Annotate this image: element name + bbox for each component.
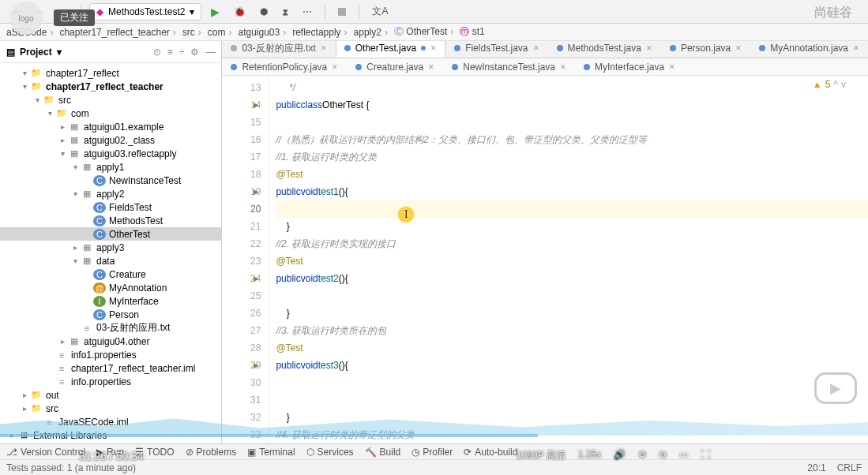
- editor-tab[interactable]: MethodsTest.java✕: [548, 41, 661, 58]
- line-number[interactable]: 32: [222, 409, 269, 426]
- line-number[interactable]: 26: [222, 305, 269, 322]
- settings-icon[interactable]: ⚙: [190, 47, 199, 58]
- tree-arrow-icon[interactable]: ▾: [70, 163, 81, 171]
- editor-tab[interactable]: OtherTest.java✕: [336, 41, 445, 58]
- close-tab-icon[interactable]: ✕: [735, 44, 742, 52]
- stop-icon[interactable]: [333, 3, 351, 21]
- code-line[interactable]: @Test: [276, 252, 868, 270]
- code-line[interactable]: */: [276, 79, 868, 96]
- tree-node[interactable]: ▸▦atguigu04.other: [0, 335, 221, 348]
- tree-arrow-icon[interactable]: ▾: [57, 149, 68, 158]
- editor-tab[interactable]: MyInterface.java✕: [575, 58, 684, 76]
- code-line[interactable]: public void test1(){: [276, 183, 868, 200]
- tree-node[interactable]: ▾📁chapter17_reflect: [0, 66, 221, 80]
- problems-tool[interactable]: ⊘ Problems: [186, 447, 237, 458]
- collapse-all-icon[interactable]: ÷: [179, 47, 185, 58]
- more-run-icon[interactable]: ⋯: [298, 3, 317, 21]
- tree-node[interactable]: ≡JavaSECode.iml: [0, 415, 221, 428]
- tree-arrow-icon[interactable]: ▸: [57, 136, 68, 144]
- breadcrumb-item[interactable]: atguigu03: [238, 27, 289, 38]
- breadcrumb-item[interactable]: ⓜ st1: [460, 25, 490, 39]
- line-number[interactable]: 14: [222, 96, 269, 114]
- tree-node[interactable]: ▾▦apply1: [0, 160, 221, 174]
- tree-node[interactable]: ≡03-反射的应用.txt: [0, 321, 221, 335]
- breadcrumb-item[interactable]: com: [208, 27, 235, 38]
- line-number[interactable]: 22: [222, 235, 269, 252]
- line-number[interactable]: 20: [222, 200, 269, 218]
- line-number[interactable]: 21: [222, 218, 269, 235]
- debug-icon[interactable]: 🐞: [229, 3, 250, 21]
- close-tab-icon[interactable]: ✕: [321, 44, 327, 52]
- line-number[interactable]: 31: [222, 391, 269, 409]
- tree-node[interactable]: ≡info1.properties: [0, 348, 221, 361]
- tree-arrow-icon[interactable]: ▾: [19, 69, 30, 77]
- line-number[interactable]: 29: [222, 357, 269, 374]
- tree-node[interactable]: ▸📁src: [0, 402, 221, 415]
- tree-node[interactable]: IMyInterface: [0, 294, 221, 308]
- code-line[interactable]: public void test2(){: [276, 270, 868, 287]
- editor-tab[interactable]: MyAnnotation.java✕: [750, 41, 868, 58]
- caret-position[interactable]: 20:1: [807, 462, 825, 473]
- code-line[interactable]: //3. 获取运行时类所在的包: [276, 322, 868, 339]
- code-content[interactable]: */public class OtherTest { //（熟悉）获取运行时类的…: [269, 76, 868, 443]
- close-tab-icon[interactable]: ✕: [853, 44, 859, 52]
- code-line[interactable]: }: [276, 409, 868, 426]
- tree-node[interactable]: ▾📁chapter17_reflect_teacher: [0, 80, 221, 93]
- code-line[interactable]: @Test: [276, 339, 868, 357]
- follow-badge[interactable]: 已关注: [54, 9, 95, 26]
- tree-arrow-icon[interactable]: ▸: [6, 431, 17, 439]
- editor-tab[interactable]: RetentionPolicy.java✕: [222, 58, 347, 76]
- auto-build-tool[interactable]: ⟳ Auto-build: [464, 447, 517, 458]
- code-line[interactable]: public void test3(){: [276, 357, 868, 374]
- line-number[interactable]: 28: [222, 339, 269, 357]
- breadcrumb-item[interactable]: src: [182, 27, 205, 38]
- code-line[interactable]: @Test: [276, 166, 868, 183]
- editor-gutter[interactable]: 1314151617181920212223242526272829303132…: [222, 76, 269, 443]
- code-line[interactable]: [276, 391, 868, 409]
- tree-node[interactable]: CNewInstanceTest: [0, 174, 221, 187]
- editor-tab[interactable]: Creature.java✕: [347, 58, 443, 76]
- tree-arrow-icon[interactable]: ▸: [19, 391, 30, 399]
- tree-node[interactable]: ▾▦data: [0, 254, 221, 267]
- code-line[interactable]: }: [276, 218, 868, 235]
- hide-icon[interactable]: —: [205, 47, 215, 58]
- tree-arrow-icon[interactable]: ▾: [19, 82, 30, 91]
- line-number[interactable]: 23: [222, 252, 269, 270]
- line-separator[interactable]: CRLF: [837, 462, 862, 473]
- translate-icon[interactable]: 文A: [367, 3, 393, 21]
- tree-arrow-icon[interactable]: ▾: [32, 95, 43, 104]
- close-tab-icon[interactable]: ✕: [533, 44, 539, 52]
- tree-node[interactable]: CMethodsTest: [0, 214, 221, 227]
- tree-node[interactable]: ≡info.properties: [0, 375, 221, 388]
- tree-node[interactable]: ▸📁out: [0, 388, 221, 402]
- tree-node[interactable]: ▸▦apply3: [0, 241, 221, 254]
- line-number[interactable]: 13: [222, 79, 269, 96]
- tree-arrow-icon[interactable]: ▾: [44, 109, 55, 118]
- line-number[interactable]: 27: [222, 322, 269, 339]
- tree-node[interactable]: CFieldsTest: [0, 200, 221, 214]
- tree-node[interactable]: ≡chapter17_reflect_teacher.iml: [0, 361, 221, 375]
- tree-node[interactable]: CCreature: [0, 267, 221, 281]
- breadcrumb-item[interactable]: reflectapply: [292, 27, 350, 38]
- close-tab-icon[interactable]: ✕: [669, 63, 675, 71]
- editor-tab[interactable]: 03-反射的应用.txt✕: [222, 41, 335, 58]
- line-number[interactable]: 15: [222, 114, 269, 131]
- close-tab-icon[interactable]: ✕: [646, 44, 652, 52]
- inspection-badge[interactable]: ▲ 5 ^ v: [813, 79, 846, 90]
- todo-tool[interactable]: ☰ TODO: [135, 447, 174, 458]
- line-number[interactable]: 18: [222, 166, 269, 183]
- code-line[interactable]: //（熟悉）获取运行时类的内部结构2：父类、接口们、包、带泛型的父类、父类的泛型…: [276, 131, 868, 148]
- project-tree[interactable]: ▾📁chapter17_reflect▾📁chapter17_reflect_t…: [0, 63, 221, 443]
- code-editor[interactable]: ▲ 5 ^ v 13141516171819202122232425262728…: [222, 76, 868, 443]
- code-line[interactable]: }: [276, 305, 868, 322]
- breadcrumb-item[interactable]: apply2: [354, 27, 391, 38]
- tree-node[interactable]: ▾📁com: [0, 107, 221, 120]
- code-line[interactable]: [276, 374, 868, 391]
- build-tool[interactable]: 🔨 Build: [365, 447, 401, 458]
- tree-arrow-icon[interactable]: ▸: [57, 337, 68, 346]
- tree-node[interactable]: ▾▦apply2: [0, 187, 221, 200]
- editor-tab[interactable]: Person.java✕: [661, 41, 750, 58]
- code-line[interactable]: [276, 287, 868, 305]
- tree-node[interactable]: CPerson: [0, 308, 221, 321]
- tree-node[interactable]: ▾📁src: [0, 93, 221, 107]
